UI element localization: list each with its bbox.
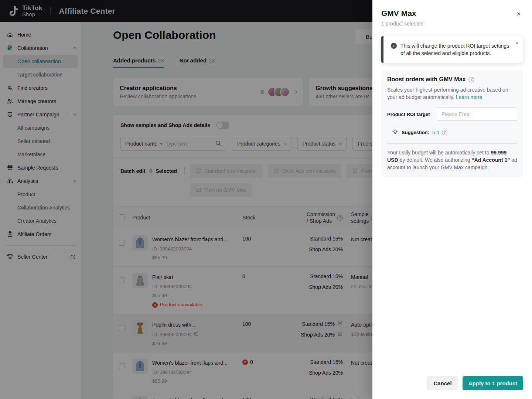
notice-close-icon[interactable] bbox=[515, 41, 519, 45]
drawer-subtitle: 1 product selected bbox=[381, 21, 523, 27]
close-icon[interactable] bbox=[515, 10, 522, 18]
help-icon[interactable] bbox=[442, 130, 447, 135]
boost-description: Scales your highest-performing ad creati… bbox=[387, 87, 508, 100]
lightbulb-icon bbox=[392, 128, 399, 137]
boost-orders-card: Boost orders with GMV Max Scales your hi… bbox=[381, 70, 523, 177]
budget-note: Your Daily budget will be automatically … bbox=[387, 149, 517, 171]
drawer-title: GMV Max bbox=[381, 9, 523, 18]
budget-text: by default. We also authorizing bbox=[398, 157, 472, 163]
apply-button[interactable]: Apply to 1 product bbox=[463, 376, 523, 390]
help-icon[interactable] bbox=[468, 77, 474, 82]
gmv-max-drawer: GMV Max 1 product selected This will cha… bbox=[372, 0, 532, 399]
notice-text: This will change the product ROI target … bbox=[400, 42, 511, 57]
info-icon bbox=[391, 43, 397, 49]
suggestion-value[interactable]: 5.4 bbox=[432, 130, 439, 135]
roi-change-notice: This will change the product ROI target … bbox=[381, 36, 523, 63]
learn-more-link[interactable]: Learn more bbox=[456, 94, 482, 100]
boost-title: Boost orders with GMV Max bbox=[387, 76, 466, 83]
ad-account-name: “Ad Account 1” bbox=[472, 157, 510, 163]
budget-text: Your Daily budget will be automatically … bbox=[387, 150, 491, 156]
roi-target-input[interactable] bbox=[437, 108, 517, 121]
card-divider bbox=[387, 143, 517, 144]
roi-target-label: Product ROI target bbox=[387, 112, 437, 117]
suggestion-label: Suggestion: bbox=[402, 130, 429, 135]
cancel-button[interactable]: Cancel bbox=[427, 376, 458, 390]
